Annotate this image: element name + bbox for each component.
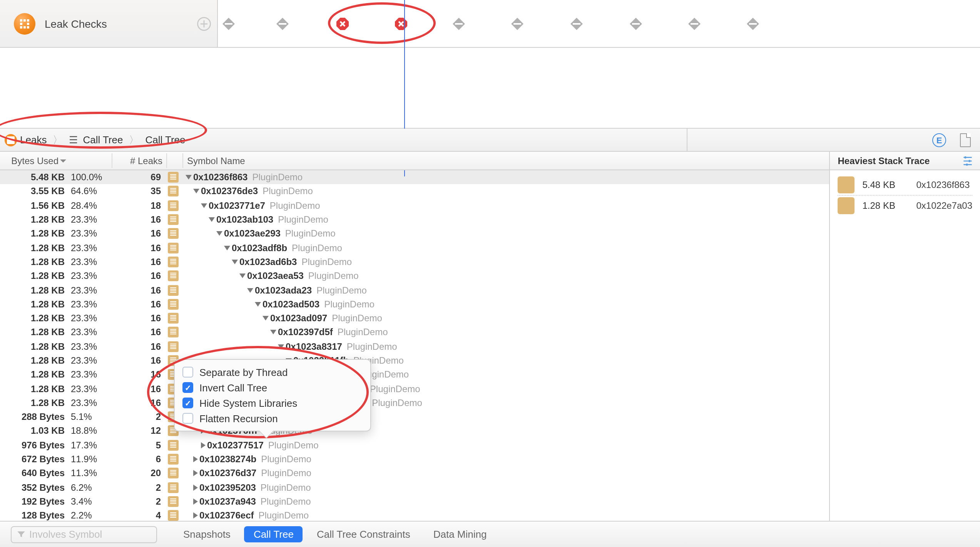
call-tree-row[interactable]: 976 Bytes17.3%50x102377517PluginDemo — [0, 438, 829, 452]
check-marker-icon[interactable] — [453, 18, 465, 30]
breadcrumb-call-tree[interactable]: Call Tree — [140, 129, 190, 151]
call-tree-row[interactable]: 1.28 KB23.3%160x1023ad097PluginDemo — [0, 311, 829, 326]
call-tree-row[interactable]: 672 Bytes11.9%60x10238274bPluginDemo — [0, 452, 829, 466]
disclosure-icon[interactable] — [255, 302, 261, 307]
call-tree-row[interactable]: 5.48 KB100.0%690x10236f863PluginDemo — [0, 170, 829, 185]
svg-rect-9 — [7, 136, 15, 144]
timeline-track[interactable] — [218, 0, 980, 48]
call-tree-row[interactable]: 1.28 KB23.3%160x1023aea53PluginDemo — [0, 269, 829, 283]
binary-icon — [168, 327, 179, 338]
disclosure-icon[interactable] — [209, 217, 215, 222]
disclosure-icon[interactable] — [193, 189, 199, 194]
disclosure-icon[interactable] — [239, 274, 246, 278]
stack-trace-row[interactable]: 5.48 KB0x10236f863 — [838, 175, 973, 195]
check-marker-icon[interactable] — [570, 18, 583, 30]
breadcrumb-leaks[interactable]: Leaks — [0, 129, 51, 151]
toolbar-snapshots[interactable]: Snapshots — [174, 526, 240, 542]
option-separate-by-thread[interactable]: Separate by Thread — [182, 364, 363, 380]
toolbar-call-tree-constraints[interactable]: Call Tree Constraints — [308, 526, 420, 542]
call-tree-row[interactable]: 1.28 KB23.3%160x1023b11fbPluginDemo — [0, 354, 829, 368]
col-symbol[interactable]: Symbol Name — [181, 155, 829, 166]
binary-icon — [168, 228, 179, 239]
svg-rect-1 — [225, 23, 232, 25]
disclosure-icon[interactable] — [201, 442, 206, 448]
call-tree-row[interactable]: 192 Bytes3.4%20x10237a943PluginDemo — [0, 495, 829, 509]
check-marker-icon[interactable] — [747, 18, 759, 30]
check-marker-icon[interactable] — [688, 18, 701, 30]
disclosure-icon[interactable] — [278, 344, 284, 349]
col-leaks[interactable]: # Leaks — [112, 155, 166, 166]
call-tree-row[interactable]: 1.28 KB23.3%160x1023ab103PluginDemo — [0, 213, 829, 227]
call-tree-row[interactable]: 1.56 KB28.4%180x1023771e7PluginDemo — [0, 198, 829, 213]
filter-placeholder: Involves Symbol — [29, 529, 102, 540]
call-tree-row[interactable]: 3.55 KB64.6%350x102376de3PluginDemo — [0, 185, 829, 199]
sort-indicator-icon — [60, 160, 66, 163]
table-header[interactable]: Bytes Used # Leaks Symbol Name — [0, 152, 829, 170]
stack-trace-settings-icon[interactable] — [962, 155, 974, 169]
call-tree-row[interactable]: 640 Bytes11.3%200x102376d37PluginDemo — [0, 466, 829, 480]
instrument-header[interactable]: Leak Checks — [0, 0, 218, 48]
toolbar-call-tree[interactable]: Call Tree — [244, 526, 303, 542]
check-marker-icon[interactable] — [222, 18, 235, 30]
disclosure-icon[interactable] — [232, 260, 238, 264]
disclosure-icon[interactable] — [193, 456, 198, 462]
call-tree-row[interactable]: 288 Bytes5.1%20x102379de3PluginDemo — [0, 410, 829, 424]
toolbar-data-mining[interactable]: Data Mining — [424, 526, 496, 542]
disclosure-icon[interactable] — [224, 245, 230, 250]
option-invert-call-tree[interactable]: Invert Call Tree — [182, 380, 363, 395]
disclosure-icon[interactable] — [247, 288, 253, 292]
binary-icon — [168, 454, 179, 465]
check-marker-icon[interactable] — [630, 18, 642, 30]
call-tree-row[interactable]: 1.28 KB23.3%160x1023adf8bPluginDemo — [0, 241, 829, 255]
leak-marker-icon[interactable] — [395, 18, 407, 30]
bottom-toolbar: Involves Symbol SnapshotsCall TreeCall T… — [0, 521, 980, 547]
checkbox[interactable] — [182, 382, 193, 393]
leaks-instrument-icon — [14, 13, 35, 34]
check-marker-icon[interactable] — [276, 18, 289, 30]
call-tree-row[interactable]: 1.28 KB23.3%160x102307453PluginDemo — [0, 382, 829, 396]
binary-icon — [168, 299, 179, 310]
binary-icon — [168, 285, 179, 295]
instrument-name: Leak Checks — [45, 17, 107, 30]
disclosure-icon[interactable] — [263, 316, 269, 320]
disclosure-icon[interactable] — [193, 513, 198, 519]
call-tree-row[interactable]: 1.28 KB23.3%160x1023ad6b3PluginDemo — [0, 255, 829, 269]
disclosure-icon[interactable] — [216, 232, 222, 236]
call-tree-row[interactable]: 352 Bytes6.2%20x102395203PluginDemo — [0, 480, 829, 495]
binary-icon — [838, 197, 855, 214]
checkbox[interactable] — [182, 367, 193, 378]
option-hide-system-libraries[interactable]: Hide System Libraries — [182, 395, 363, 411]
disclosure-icon[interactable] — [270, 330, 276, 335]
symbol-filter-field[interactable]: Involves Symbol — [11, 526, 157, 543]
binary-icon — [168, 341, 179, 352]
extended-detail-icon[interactable]: E — [932, 133, 946, 147]
call-tree-row[interactable]: 1.28 KB23.3%160x1023ad503PluginDemo — [0, 297, 829, 311]
disclosure-icon[interactable] — [193, 484, 198, 490]
stack-trace-row[interactable]: 1.28 KB0x1022e7a03 — [838, 195, 973, 215]
call-tree-row[interactable]: 1.03 KB18.8%120x102376fffPluginDemo — [0, 424, 829, 438]
call-tree-row[interactable]: 1.28 KB23.3%160x1023b0f0fPluginDemo — [0, 367, 829, 382]
call-tree-row[interactable]: 1.28 KB23.3%160x102397d5fPluginDemo — [0, 326, 829, 340]
add-instrument-icon[interactable] — [196, 15, 212, 35]
binary-icon — [168, 214, 179, 225]
breadcrumb-call-tree[interactable]: ☰Call Tree — [64, 129, 127, 151]
document-icon[interactable] — [960, 133, 971, 147]
disclosure-icon[interactable] — [201, 203, 207, 208]
leak-marker-icon[interactable] — [336, 18, 349, 30]
call-tree-row[interactable]: 1.28 KB23.3%160x1023ada23PluginDemo — [0, 283, 829, 297]
call-tree-row[interactable]: 1.28 KB23.3%160x1022fe95fPluginDemo — [0, 396, 829, 410]
checkbox[interactable] — [182, 398, 193, 408]
binary-icon — [168, 270, 179, 281]
disclosure-icon[interactable] — [193, 498, 198, 505]
disclosure-icon[interactable] — [186, 175, 192, 180]
disclosure-icon[interactable] — [193, 470, 198, 477]
call-tree-row[interactable]: 1.28 KB23.3%160x1023a8317PluginDemo — [0, 339, 829, 354]
call-tree-row[interactable]: 1.28 KB23.3%160x1023ae293PluginDemo — [0, 227, 829, 241]
binary-icon — [168, 242, 179, 253]
checkbox[interactable] — [182, 413, 193, 424]
col-bytes-used[interactable]: Bytes Used — [11, 155, 59, 166]
call-tree-options-popover: Separate by ThreadInvert Call TreeHide S… — [174, 359, 371, 431]
check-marker-icon[interactable] — [511, 18, 523, 30]
option-flatten-recursion[interactable]: Flatten Recursion — [182, 411, 363, 426]
binary-icon — [168, 468, 179, 479]
